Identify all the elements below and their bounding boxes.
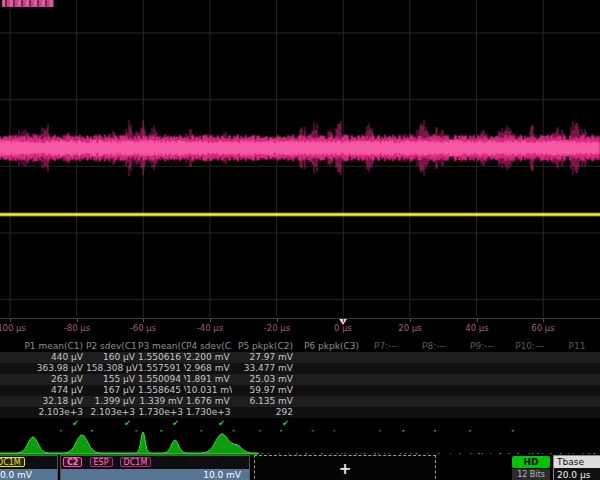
measure-value-cell [362, 374, 410, 385]
measure-value-cell [458, 352, 506, 363]
time-axis-label: 20 µs [398, 323, 421, 333]
time-axis-label: -20 µs [264, 323, 290, 333]
measure-value-cell: 33.477 mV [232, 363, 296, 374]
time-axis-label: -60 µs [130, 323, 156, 333]
measure-value-cell: 158.308 µV [86, 363, 138, 374]
measure-value-cell: 1.730e+3 [138, 407, 186, 418]
hd-mode-badge[interactable]: HD [512, 456, 550, 468]
measure-value-cell [554, 385, 600, 396]
c2-esp-badge: ESP [90, 457, 113, 467]
measure-param-header[interactable]: P7:--- [362, 340, 410, 352]
measure-value-cell: 1.550094 V [138, 374, 186, 385]
measure-value-cell [458, 385, 506, 396]
histogram-strip [0, 424, 600, 457]
c1-channel-descriptor[interactable]: C1 DC1M 10.0 mV [0, 455, 58, 480]
measure-value-cell: 167 µV [86, 385, 138, 396]
measure-table-header-row: P1 mean(C1)P2 sdev(C1)P3 mean(C2)P4 sdev… [0, 340, 600, 352]
hd-bits-label: 12 Bits [512, 469, 550, 480]
measure-value-cell [362, 385, 410, 396]
measure-value-cell: 2.103e+3 [86, 407, 138, 418]
measure-value-cell [410, 396, 458, 407]
measure-param-header[interactable]: P8:--- [410, 340, 458, 352]
time-axis-label: 40 µs [465, 323, 488, 333]
time-axis-label: 60 µs [531, 323, 554, 333]
time-axis-label: 0 µs [334, 323, 352, 333]
measure-param-header[interactable]: P1 mean(C1) [0, 340, 86, 352]
measure-value-cell [506, 407, 554, 418]
c2-vdiv-value: 10.0 mV [61, 469, 249, 480]
measurement-table: P1 mean(C1)P2 sdev(C1)P3 mean(C2)P4 sdev… [0, 340, 600, 429]
axis-tick [477, 319, 478, 322]
measure-value-cell: 292 [232, 407, 296, 418]
measure-value-cell [362, 407, 410, 418]
measure-value-cell [554, 352, 600, 363]
measure-table-row: 263 µV155 µV1.550094 V1.891 mV25.03 mV [0, 374, 600, 385]
measure-value-cell [554, 407, 600, 418]
measure-table-row: 2.103e+32.103e+31.730e+31.730e+3292 [0, 407, 600, 418]
measure-value-cell [506, 363, 554, 374]
plus-icon: + [339, 460, 352, 478]
measure-value-cell [410, 352, 458, 363]
measure-value-cell: 2.103e+3 [0, 407, 86, 418]
time-axis-label: -100 µs [0, 323, 26, 333]
axis-tick [77, 319, 78, 322]
axis-tick [343, 319, 344, 322]
measure-value-cell [506, 374, 554, 385]
measure-value-cell [554, 374, 600, 385]
measure-value-cell [410, 385, 458, 396]
measure-value-cell [296, 352, 362, 363]
top-left-status-smudge [2, 0, 54, 7]
measure-param-header[interactable]: P2 sdev(C1) [86, 340, 138, 352]
measure-table-row: 440 µV160 µV1.550616 V2.200 mV27.97 mV [0, 352, 600, 363]
measure-value-cell [296, 407, 362, 418]
measure-value-cell [410, 374, 458, 385]
axis-tick [10, 319, 11, 322]
measure-param-header[interactable]: P4 sdev(C2) [186, 340, 232, 352]
measure-value-cell [362, 352, 410, 363]
c1-coupling-badge: DC1M [0, 457, 25, 467]
time-axis: -100 µs-80 µs-60 µs-40 µs-20 µs0 µs20 µs… [0, 318, 600, 335]
add-trace-button[interactable]: + [254, 455, 436, 480]
axis-tick [210, 319, 211, 322]
measure-value-cell [458, 396, 506, 407]
measure-param-header[interactable]: P5 pkpk(C2) [232, 340, 296, 352]
oscilloscope-screen: -100 µs-80 µs-60 µs-40 µs-20 µs0 µs20 µs… [0, 0, 600, 480]
measure-value-cell: 2.200 mV [186, 352, 232, 363]
measure-param-header[interactable]: P6 pkpk(C3) [296, 340, 362, 352]
c2-channel-descriptor[interactable]: C2 ESP DC1M 10.0 mV [60, 455, 250, 480]
measure-value-cell: 363.98 µV [0, 363, 86, 374]
measure-param-header[interactable]: P9:--- [458, 340, 506, 352]
measure-value-cell: 474 µV [0, 385, 86, 396]
measure-value-cell: 59.97 mV [232, 385, 296, 396]
measure-value-cell: 25.03 mV [232, 374, 296, 385]
time-axis-label: -80 µs [64, 323, 90, 333]
measure-value-cell [296, 374, 362, 385]
measure-value-cell: 27.97 mV [232, 352, 296, 363]
measure-table-row: 363.98 µV158.308 µV1.557591 V2.968 mV33.… [0, 363, 600, 374]
measure-value-cell [554, 363, 600, 374]
time-axis-label: -40 µs [197, 323, 223, 333]
measure-value-cell: 1.557591 V [138, 363, 186, 374]
measure-value-cell: 440 µV [0, 352, 86, 363]
axis-tick [543, 319, 544, 322]
measure-value-cell [296, 396, 362, 407]
histogram-trace[interactable] [0, 430, 595, 454]
measure-value-cell: 1.339 mV [138, 396, 186, 407]
c1-vdiv-value: 10.0 mV [0, 469, 57, 480]
measure-value-cell [458, 374, 506, 385]
measure-param-header[interactable]: P10:--- [506, 340, 554, 352]
measure-value-cell [410, 407, 458, 418]
measure-value-cell: 155 µV [86, 374, 138, 385]
timebase-value: 20.0 µs [554, 468, 600, 480]
measure-value-cell [458, 363, 506, 374]
measure-value-cell [362, 396, 410, 407]
measure-value-cell [296, 385, 362, 396]
measure-param-header[interactable]: P3 mean(C2) [138, 340, 186, 352]
measure-value-cell [554, 396, 600, 407]
timebase-descriptor[interactable]: Tbase 20.0 µs [553, 455, 600, 480]
measure-table-row: 474 µV167 µV1.558645 V10.031 mV59.97 mV [0, 385, 600, 396]
c2-channel-label: C2 [63, 457, 82, 467]
measure-value-cell: 1.891 mV [186, 374, 232, 385]
measure-param-header[interactable]: P11 [554, 340, 600, 352]
c2-noise-trace[interactable] [0, 120, 599, 176]
